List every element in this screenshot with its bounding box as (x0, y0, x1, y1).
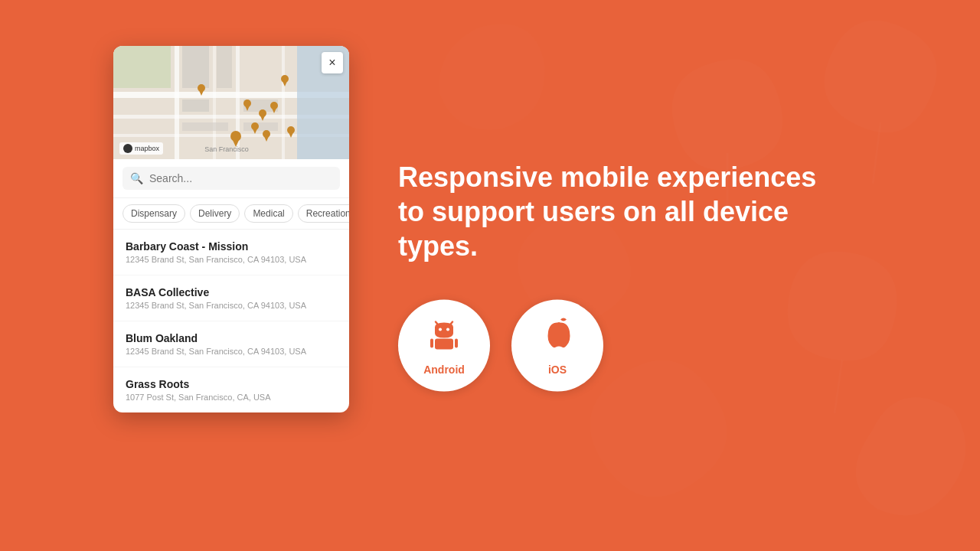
list-item[interactable]: Barbary Coast - Mission 12345 Brand St, … (113, 230, 349, 276)
svg-rect-15 (182, 99, 209, 112)
search-area: 🔍 (113, 159, 349, 198)
svg-rect-45 (455, 338, 458, 347)
svg-rect-43 (435, 338, 453, 349)
search-input[interactable] (149, 172, 332, 184)
location-address: 12345 Brand St, San Francisco, CA 94103,… (126, 347, 337, 356)
location-address: 1077 Post St, San Francisco, CA, USA (126, 393, 337, 402)
tab-medical[interactable]: Medical (244, 204, 292, 223)
location-name: Barbary Coast - Mission (126, 240, 337, 253)
svg-point-41 (439, 328, 442, 331)
mapbox-logo: mapbox (119, 142, 163, 155)
tab-delivery[interactable]: Delivery (190, 204, 240, 223)
tab-recreational[interactable]: Recreational (298, 204, 349, 223)
map-area: San Francisco × mapbox (113, 46, 349, 159)
close-button[interactable]: × (322, 52, 343, 73)
svg-rect-17 (182, 122, 228, 131)
location-address: 12345 Brand St, San Francisco, CA 94103,… (126, 301, 337, 310)
platform-buttons: Android iOS (398, 300, 827, 392)
svg-rect-44 (430, 338, 433, 347)
svg-text:San Francisco: San Francisco (204, 145, 249, 153)
location-name: Blum Oakland (126, 332, 337, 344)
main-headline: Responsive mobile experiences to support… (398, 160, 827, 263)
location-list: Barbary Coast - Mission 12345 Brand St, … (113, 230, 349, 412)
svg-rect-18 (243, 122, 278, 131)
right-content: Responsive mobile experiences to support… (398, 160, 827, 392)
tab-dispensary[interactable]: Dispensary (122, 204, 185, 223)
android-label: Android (423, 363, 465, 375)
location-name: BASA Collective (126, 286, 337, 298)
apple-icon (542, 316, 573, 357)
svg-rect-14 (217, 46, 232, 88)
list-item[interactable]: Blum Oakland 12345 Brand St, San Francis… (113, 321, 349, 367)
mobile-app-panel: San Francisco × mapbox 🔍 Dispensary Deli… (113, 46, 349, 412)
svg-rect-8 (175, 46, 179, 159)
svg-rect-19 (113, 46, 171, 88)
svg-point-42 (446, 328, 449, 331)
list-item[interactable]: Grass Roots 1077 Post St, San Francisco,… (113, 367, 349, 412)
svg-line-3 (835, 360, 842, 413)
list-item[interactable]: BASA Collective 12345 Brand St, San Fran… (113, 276, 349, 321)
location-address: 12345 Brand St, San Francisco, CA 94103,… (126, 255, 337, 264)
ios-label: iOS (548, 363, 567, 375)
svg-rect-11 (213, 46, 216, 159)
search-icon: 🔍 (130, 172, 143, 184)
location-name: Grass Roots (126, 378, 337, 390)
android-icon (427, 316, 461, 357)
svg-rect-10 (282, 46, 285, 159)
android-button[interactable]: Android (398, 300, 490, 392)
ios-button[interactable]: iOS (511, 300, 603, 392)
svg-rect-13 (182, 46, 209, 88)
search-input-wrap[interactable]: 🔍 (122, 167, 340, 190)
filter-tabs: Dispensary Delivery Medical Recreational (113, 198, 349, 230)
